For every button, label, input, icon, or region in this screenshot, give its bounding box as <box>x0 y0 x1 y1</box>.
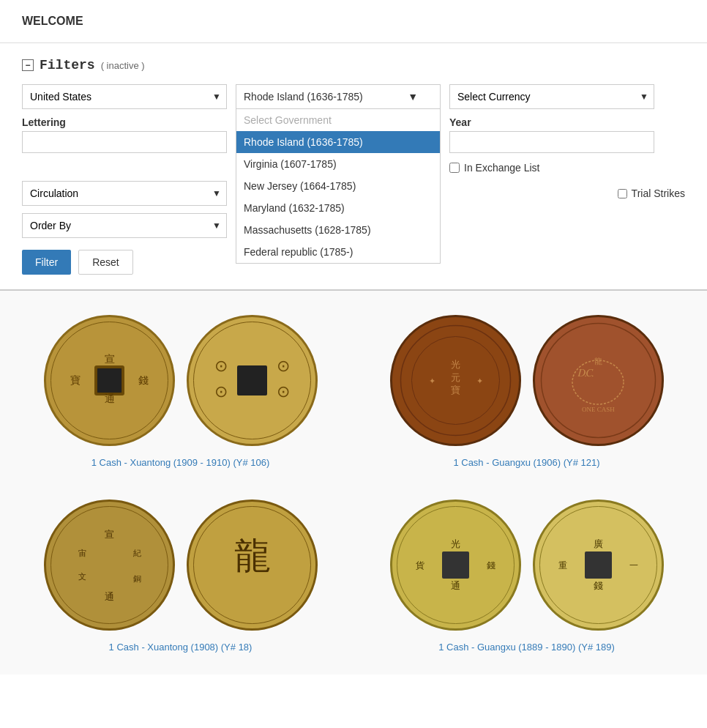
svg-text:✦: ✦ <box>428 376 435 385</box>
filters-row1: United States China France ▼ Rhode Islan… <box>22 84 685 109</box>
government-dropdown-display[interactable]: Rhode Island (1636-1785) ▼ <box>236 84 441 109</box>
government-option-federal[interactable]: Federal republic (1785-) <box>236 241 440 263</box>
coin-label-2[interactable]: 1 Cash - Guangxu (1906) (Y# 121) <box>453 457 599 468</box>
svg-text:光: 光 <box>451 538 460 549</box>
svg-rect-50 <box>585 551 612 579</box>
svg-text:✦: ✦ <box>476 376 482 385</box>
country-select-wrapper: United States China France ▼ <box>22 84 227 109</box>
svg-text:𝄊: 𝄊 <box>577 364 594 388</box>
svg-rect-43 <box>442 551 469 579</box>
coin-front-2: 光 元 寶 ✦ ✦ <box>388 313 523 448</box>
coin-back-4: 廣 錢 重 一 <box>531 497 666 633</box>
svg-point-24 <box>534 316 662 445</box>
svg-rect-11 <box>237 365 267 395</box>
government-option-rhode-island[interactable]: Rhode Island (1636-1785) <box>236 131 440 153</box>
svg-text:⊙: ⊙ <box>214 357 228 375</box>
currency-select[interactable]: Select Currency <box>449 84 654 109</box>
trial-strikes-label: Trial Strikes <box>632 187 685 199</box>
svg-text:光: 光 <box>451 359 460 370</box>
svg-text:廣: 廣 <box>594 538 603 549</box>
svg-text:貨: 貨 <box>416 560 424 571</box>
filters-label: Filters <box>40 58 95 73</box>
svg-text:⊙: ⊙ <box>214 382 228 401</box>
svg-text:龍: 龍 <box>594 357 602 365</box>
svg-text:宙: 宙 <box>78 549 86 557</box>
svg-text:元: 元 <box>451 372 460 383</box>
orderby-select-wrapper: Order By Date Value ▼ <box>22 213 227 238</box>
svg-text:⊙: ⊙ <box>277 382 290 401</box>
checkboxes-group: In Exchange List <box>449 159 654 174</box>
government-dropdown-arrow: ▼ <box>408 91 418 103</box>
coin-front-3: 宣 紀 文 通 銅 宙 <box>42 497 177 633</box>
lettering-input[interactable] <box>22 131 227 153</box>
coin-item-1: 宣 通 寶 錢 ⊙ ⊙ ⊙ ⊙ 1 Cash - Xuantong (19 <box>15 313 346 468</box>
coin-label-4[interactable]: 1 Cash - Guangxu (1889 - 1890) (Y# 189) <box>438 642 615 653</box>
svg-text:通: 通 <box>105 591 114 602</box>
svg-text:龍: 龍 <box>233 535 270 576</box>
circulation-select[interactable]: Circulation Proof Bullion <box>22 181 227 206</box>
svg-text:錢: 錢 <box>594 580 603 591</box>
filters-header: − Filters ( inactive ) <box>22 58 685 73</box>
svg-text:宣: 宣 <box>104 354 114 365</box>
filter-button[interactable]: Filter <box>22 250 71 275</box>
year-group: Year <box>449 116 654 153</box>
filters-toggle[interactable]: − <box>22 59 34 71</box>
filters-inactive-label: ( inactive ) <box>101 60 145 71</box>
svg-text:錢: 錢 <box>138 375 149 386</box>
svg-text:寶: 寶 <box>451 385 460 395</box>
government-option-maryland[interactable]: Maryland (1632-1785) <box>236 197 440 219</box>
year-input[interactable] <box>449 131 654 153</box>
svg-text:銅: 銅 <box>132 574 141 583</box>
country-select[interactable]: United States China France <box>22 84 227 109</box>
coin-images-3: 宣 紀 文 通 銅 宙 龍 <box>42 497 320 633</box>
svg-text:重: 重 <box>558 560 567 571</box>
coin-label-3[interactable]: 1 Cash - Xuantong (1908) (Y# 18) <box>109 642 252 653</box>
svg-rect-4 <box>97 368 121 393</box>
coin-front-1: 宣 通 寶 錢 <box>42 313 177 448</box>
svg-text:⊙: ⊙ <box>277 357 290 375</box>
currency-select-wrapper: Select Currency ▼ <box>449 84 654 109</box>
trial-strikes-item: Trial Strikes <box>618 187 685 199</box>
government-option-new-jersey[interactable]: New Jersey (1664-1785) <box>236 175 440 197</box>
svg-text:通: 通 <box>104 393 114 404</box>
year-label: Year <box>449 116 654 128</box>
coin-front-4: 光 通 貨 錢 <box>388 497 523 633</box>
reset-button[interactable]: Reset <box>78 250 133 275</box>
government-dropdown-list: Select Government Rhode Island (1636-178… <box>236 109 441 264</box>
government-option-placeholder[interactable]: Select Government <box>236 109 440 131</box>
coin-images-1: 宣 通 寶 錢 ⊙ ⊙ ⊙ ⊙ <box>42 313 320 448</box>
lettering-group: Lettering <box>22 116 227 153</box>
coin-back-3: 龍 <box>184 497 320 633</box>
header: WELCOME <box>0 0 707 43</box>
government-selected-label: Rhode Island (1636-1785) <box>244 91 363 103</box>
government-option-virginia[interactable]: Virginia (1607-1785) <box>236 153 440 175</box>
svg-point-30 <box>45 501 173 630</box>
coin-back-2: 龍 𝄊 ONE CASH <box>531 313 666 448</box>
coin-images-4: 光 通 貨 錢 廣 錢 重 一 <box>388 497 666 633</box>
coin-item-2: 光 元 寶 ✦ ✦ 龍 𝄊 ONE CASH 1 Cash - Guangxu … <box>361 313 692 468</box>
svg-text:ONE CASH: ONE CASH <box>582 406 615 413</box>
coins-grid: 宣 通 寶 錢 ⊙ ⊙ ⊙ ⊙ 1 Cash - Xuantong (19 <box>15 313 692 653</box>
coin-item-4: 光 通 貨 錢 廣 錢 重 一 1 Cash - Guangxu (1889 -… <box>361 497 692 653</box>
svg-text:寶: 寶 <box>70 375 81 386</box>
orderby-select[interactable]: Order By Date Value <box>22 213 227 238</box>
in-exchange-checkbox-item: In Exchange List <box>449 162 654 174</box>
coin-back-1: ⊙ ⊙ ⊙ ⊙ <box>184 313 320 448</box>
government-dropdown-wrapper: Rhode Island (1636-1785) ▼ Select Govern… <box>236 84 441 109</box>
svg-text:通: 通 <box>451 580 460 591</box>
coin-label-1[interactable]: 1 Cash - Xuantong (1909 - 1910) (Y# 106) <box>91 457 270 468</box>
coin-images-2: 光 元 寶 ✦ ✦ 龍 𝄊 ONE CASH <box>388 313 666 448</box>
trial-strikes-checkbox[interactable] <box>618 189 627 198</box>
in-exchange-checkbox[interactable] <box>449 163 460 173</box>
svg-text:宣: 宣 <box>105 529 114 540</box>
in-exchange-label: In Exchange List <box>464 162 540 174</box>
coin-item-3: 宣 紀 文 通 銅 宙 龍 1 Cash - Xuantong (1908) (… <box>15 497 346 653</box>
lettering-label: Lettering <box>22 116 227 128</box>
svg-text:一: 一 <box>629 560 638 571</box>
page-title: WELCOME <box>22 15 83 27</box>
government-option-massachusetts[interactable]: Massachusetts (1628-1785) <box>236 219 440 241</box>
circulation-select-wrapper: Circulation Proof Bullion ▼ <box>22 181 227 206</box>
svg-text:紀: 紀 <box>132 549 141 557</box>
coins-section: 宣 通 寶 錢 ⊙ ⊙ ⊙ ⊙ 1 Cash - Xuantong (19 <box>0 291 707 675</box>
svg-text:文: 文 <box>78 572 86 581</box>
